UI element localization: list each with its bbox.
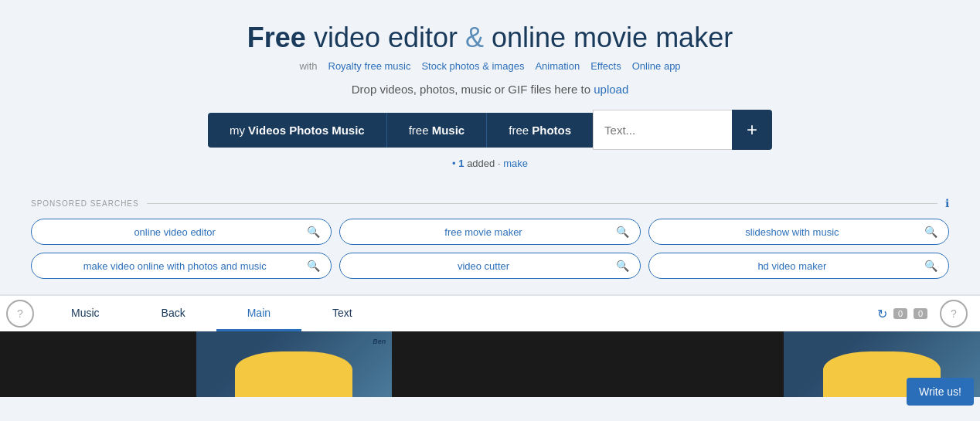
badge-0-left: 0 <box>893 308 907 319</box>
dot-symbol: • <box>452 158 456 169</box>
search-icon-5: 🔍 <box>616 260 629 272</box>
page-title: Free video editor & online movie maker <box>15 22 965 54</box>
title-free: Free <box>247 22 306 53</box>
link-animation[interactable]: Animation <box>535 60 580 72</box>
bottom-bar: ? Music Back Main Text ↻ 0 0 ? <box>0 294 980 331</box>
link-online-app[interactable]: Online app <box>632 60 681 72</box>
ad-content-1: Ben <box>369 334 389 349</box>
refresh-icon[interactable]: ↻ <box>877 307 887 321</box>
sponsored-divider <box>147 203 937 204</box>
tab-free-music[interactable]: free Music <box>387 113 488 148</box>
pill-label-1: online video editor <box>43 226 307 238</box>
search-icon-1: 🔍 <box>307 226 320 238</box>
sponsored-section: SPONSORED SEARCHES ℹ online video editor… <box>0 197 980 294</box>
added-count: 1 <box>458 158 464 169</box>
tab-my-videos[interactable]: my Videos Photos Music <box>208 113 387 148</box>
thumbnail-1 <box>0 331 196 397</box>
thumbnail-4 <box>588 331 784 397</box>
link-stock-photos[interactable]: Stock photos & images <box>421 60 524 72</box>
search-icon-6: 🔍 <box>924 260 937 272</box>
tab-free-photos-label: free <box>509 124 532 137</box>
search-pill-make-video[interactable]: make video online with photos and music … <box>31 253 332 279</box>
thumbnail-3 <box>392 331 588 397</box>
subtitle-row: with Royalty free music Stock photos & i… <box>15 60 965 72</box>
link-royalty-free-music[interactable]: Royalty free music <box>328 60 411 72</box>
ad-title-1: Ben <box>373 338 386 346</box>
pill-label-6: hd video maker <box>660 260 924 272</box>
info-icon[interactable]: ℹ <box>945 197 949 209</box>
search-pill-slideshow-with-music[interactable]: slideshow with music 🔍 <box>648 219 949 245</box>
upload-link[interactable]: upload <box>594 83 628 96</box>
bottom-tab-text[interactable]: Text <box>301 296 383 331</box>
search-icon-3: 🔍 <box>924 226 937 238</box>
drop-text: Drop videos, photos, music or GIF files … <box>352 83 590 96</box>
link-effects[interactable]: Effects <box>590 60 621 72</box>
tab-videos-label: Videos Photos Music <box>248 124 365 137</box>
tabs-row: my Videos Photos Music free Music free P… <box>15 110 965 150</box>
bottom-tabs: Music Back Main Text <box>40 296 877 331</box>
bottom-tab-music[interactable]: Music <box>40 296 131 331</box>
pill-label-3: slideshow with music <box>660 226 924 238</box>
search-pill-online-video-editor[interactable]: online video editor 🔍 <box>31 219 332 245</box>
drop-area: Drop videos, photos, music or GIF files … <box>15 83 965 96</box>
write-us-button[interactable]: Write us! <box>907 378 974 406</box>
help-icon-left[interactable]: ? <box>6 300 34 328</box>
sponsored-header: SPONSORED SEARCHES ℹ <box>31 197 949 209</box>
thumb-person-1 <box>196 331 393 397</box>
bottom-tab-main[interactable]: Main <box>216 296 301 331</box>
tab-my-label: my <box>230 124 248 137</box>
tab-free-music-label: free <box>409 124 432 137</box>
badge-0-right: 0 <box>914 308 927 319</box>
text-input[interactable] <box>593 110 732 150</box>
bottom-right: ↻ 0 0 ? <box>877 300 974 328</box>
text-input-area: + <box>593 110 772 150</box>
help-icon-right[interactable]: ? <box>940 300 968 328</box>
search-icon-4: 🔍 <box>307 260 320 272</box>
sponsored-label: SPONSORED SEARCHES <box>31 199 139 208</box>
make-link[interactable]: make <box>503 158 528 169</box>
plus-button[interactable]: + <box>732 110 772 150</box>
added-row: • 1 added · make <box>15 158 965 169</box>
pill-label-4: make video online with photos and music <box>43 260 307 272</box>
bottom-tab-back[interactable]: Back <box>131 296 216 331</box>
search-pill-hd-video-maker[interactable]: hd video maker 🔍 <box>648 253 949 279</box>
added-text: added · <box>467 158 503 169</box>
with-label: with <box>299 60 317 72</box>
search-pills: online video editor 🔍 free movie maker 🔍… <box>31 219 949 279</box>
title-rest: video editor & online movie maker <box>306 22 733 53</box>
search-pill-free-movie-maker[interactable]: free movie maker 🔍 <box>339 219 640 245</box>
search-pill-video-cutter[interactable]: video cutter 🔍 <box>339 253 640 279</box>
thumbnails-row: Ben <box>0 331 980 397</box>
pill-label-2: free movie maker <box>351 226 615 238</box>
search-icon-2: 🔍 <box>616 226 629 238</box>
pill-label-5: video cutter <box>351 260 615 272</box>
tab-free-photos[interactable]: free Photos <box>487 113 593 148</box>
thumbnail-2-ad: Ben <box>196 331 393 397</box>
